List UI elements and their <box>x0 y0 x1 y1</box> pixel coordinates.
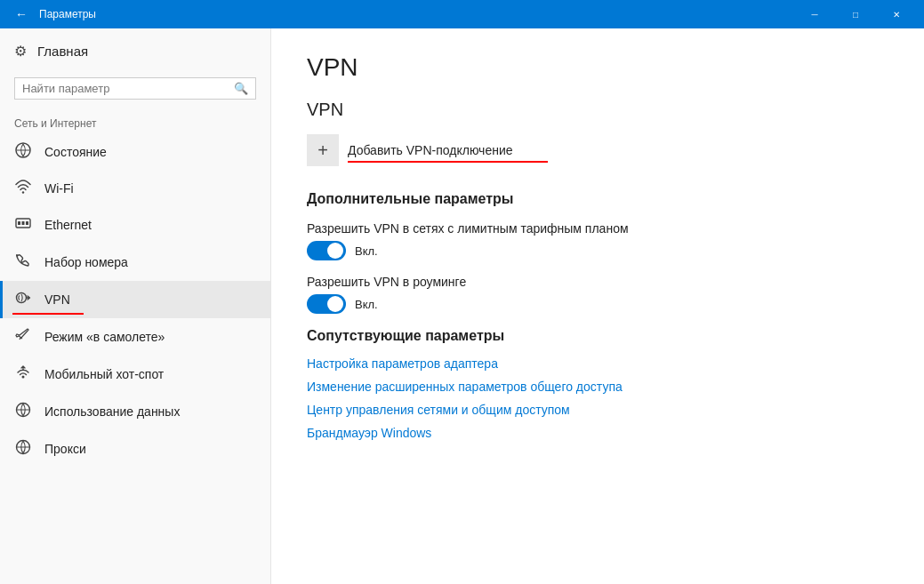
sidebar-label-ethernet: Ethernet <box>44 218 92 232</box>
sidebar-label-vpn: VPN <box>44 292 70 307</box>
page-title: VPN <box>307 53 888 82</box>
close-button[interactable]: ✕ <box>876 0 917 28</box>
additional-params-title: Дополнительные параметры <box>307 191 888 207</box>
svg-point-7 <box>22 376 25 379</box>
svg-rect-4 <box>22 221 25 225</box>
datausage-icon <box>14 402 32 421</box>
content-area: ⚙ Главная 🔍 Сеть и Интернет Состояние <box>0 28 924 584</box>
link-adapter-settings[interactable]: Настройка параметров адаптера <box>307 356 888 371</box>
proxy-icon <box>14 439 32 459</box>
back-button[interactable]: ← <box>7 0 36 28</box>
maximize-button[interactable]: □ <box>835 0 876 28</box>
sidebar-item-home[interactable]: ⚙ Главная <box>0 28 270 74</box>
link-network-center[interactable]: Центр управления сетями и общим доступом <box>307 403 888 417</box>
sidebar-item-airplane[interactable]: Режим «в самолете» <box>0 318 270 356</box>
home-icon: ⚙ <box>14 43 27 60</box>
dialup-icon <box>14 252 32 272</box>
toggle1-line: Вкл. <box>307 241 888 260</box>
toggle1-description: Разрешить VPN в сетях с лимитным тарифны… <box>307 221 888 236</box>
search-icon: 🔍 <box>234 82 248 95</box>
add-vpn-button[interactable]: + Добавить VPN-подключение <box>307 134 513 166</box>
sidebar-label-hotspot: Мобильный хот-спот <box>44 367 164 381</box>
sidebar-label-datausage: Использование данных <box>44 404 180 419</box>
sidebar-item-datausage[interactable]: Использование данных <box>0 393 270 430</box>
sidebar-item-hotspot[interactable]: Мобильный хот-спот <box>0 356 270 393</box>
svg-rect-3 <box>18 221 20 225</box>
hotspot-icon <box>14 364 32 384</box>
settings-window: ← Параметры ─ □ ✕ ⚙ Главная 🔍 Сеть и Инт… <box>0 0 924 584</box>
sidebar-item-dialup[interactable]: Набор номера <box>0 244 270 281</box>
vpn-annotation-line <box>12 313 84 315</box>
sidebar-item-proxy[interactable]: Прокси <box>0 430 270 468</box>
search-box: 🔍 <box>14 77 256 100</box>
status-icon <box>14 142 32 162</box>
toggle1[interactable] <box>307 241 346 260</box>
window-controls: ─ □ ✕ <box>794 0 917 28</box>
sidebar: ⚙ Главная 🔍 Сеть и Интернет Состояние <box>0 28 271 584</box>
add-vpn-label: Добавить VPN-подключение <box>348 143 513 157</box>
sidebar-label-status: Состояние <box>44 145 107 159</box>
vpn-icon <box>14 290 32 309</box>
related-params-title: Сопутствующие параметры <box>307 328 888 344</box>
sidebar-label-airplane: Режим «в самолете» <box>44 330 165 344</box>
wifi-icon <box>14 180 32 197</box>
plus-icon: + <box>307 134 339 166</box>
vpn-section-title: VPN <box>307 100 888 120</box>
svg-point-1 <box>22 191 24 193</box>
svg-rect-5 <box>26 221 28 225</box>
add-vpn-annotation-line <box>348 161 548 163</box>
toggle2-line: Вкл. <box>307 294 888 314</box>
sidebar-item-wifi[interactable]: Wi-Fi <box>0 171 270 206</box>
main-content: VPN VPN + Добавить VPN-подключение Допол… <box>271 28 924 584</box>
sidebar-item-status[interactable]: Состояние <box>0 133 270 171</box>
airplane-icon <box>14 327 32 347</box>
toggle2-description: Разрешить VPN в роуминге <box>307 275 888 289</box>
sidebar-label-wifi: Wi-Fi <box>44 181 74 196</box>
window-title: Параметры <box>39 8 794 20</box>
link-firewall[interactable]: Брандмауэр Windows <box>307 426 888 440</box>
ethernet-icon <box>14 215 32 235</box>
toggle-row-1: Разрешить VPN в сетях с лимитным тарифны… <box>307 221 888 260</box>
toggle1-label: Вкл. <box>355 244 378 258</box>
toggle2[interactable] <box>307 294 346 314</box>
titlebar: ← Параметры ─ □ ✕ <box>0 0 924 28</box>
toggle2-label: Вкл. <box>355 298 378 311</box>
home-label: Главная <box>37 44 88 59</box>
sidebar-label-dialup: Набор номера <box>44 255 128 269</box>
toggle-row-2: Разрешить VPN в роуминге Вкл. <box>307 275 888 314</box>
sidebar-item-vpn[interactable]: VPN <box>0 281 270 318</box>
minimize-button[interactable]: ─ <box>794 0 835 28</box>
sidebar-item-ethernet[interactable]: Ethernet <box>0 206 270 244</box>
search-input[interactable] <box>22 82 229 95</box>
sidebar-label-proxy: Прокси <box>44 442 86 456</box>
sidebar-section-label: Сеть и Интернет <box>0 110 270 133</box>
link-sharing-settings[interactable]: Изменение расширенных параметров общего … <box>307 380 888 394</box>
